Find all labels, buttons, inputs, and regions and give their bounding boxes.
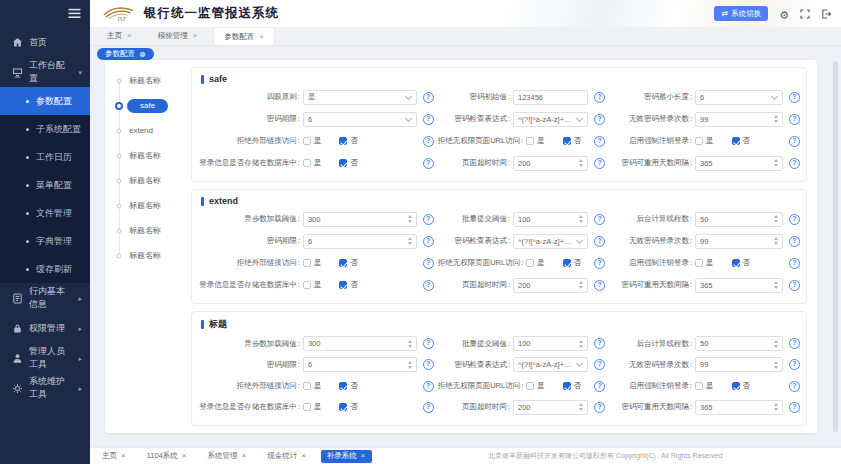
spin-down-icon[interactable] — [774, 366, 778, 369]
select-input[interactable]: ^(?![^a-zA-z]+$)(?!\D+$)[0-9A-Z... — [513, 112, 588, 127]
number-input[interactable]: 200 — [513, 278, 588, 293]
spin-up-icon[interactable] — [408, 340, 412, 343]
checkbox-unchecked-icon[interactable] — [695, 382, 703, 390]
number-input[interactable]: 300 — [303, 336, 417, 351]
spinner-controls[interactable] — [579, 215, 583, 223]
help-icon[interactable] — [423, 258, 434, 269]
spin-up-icon[interactable] — [579, 215, 583, 218]
help-icon[interactable] — [594, 114, 605, 125]
checkbox-yes[interactable]: 是 — [303, 280, 322, 290]
tree-item-1[interactable]: safe — [105, 93, 191, 118]
spinner-controls[interactable] — [408, 361, 412, 369]
checkbox-no[interactable]: 否 — [732, 381, 751, 391]
sidebar-item-1[interactable]: 工作台配置 — [0, 57, 90, 87]
sidebar-item-6[interactable]: 文件管理 — [0, 199, 90, 227]
sidebar-item-8[interactable]: 缓存刷新 — [0, 255, 90, 283]
checkbox-checked-icon[interactable] — [339, 259, 347, 267]
close-icon[interactable] — [259, 33, 264, 41]
help-icon[interactable] — [423, 280, 434, 291]
spin-down-icon[interactable] — [579, 408, 583, 411]
help-icon[interactable] — [789, 280, 800, 291]
spin-up-icon[interactable] — [774, 340, 778, 343]
checkbox-no[interactable]: 否 — [339, 402, 358, 412]
help-icon[interactable] — [789, 338, 800, 349]
checkbox-unchecked-icon[interactable] — [303, 159, 311, 167]
help-icon[interactable] — [789, 402, 800, 413]
close-icon[interactable] — [361, 452, 366, 460]
spin-down-icon[interactable] — [579, 220, 583, 223]
spinner-controls[interactable] — [774, 361, 778, 369]
breadcrumb-pill[interactable]: 参数配置 — [97, 48, 154, 60]
checkbox-unchecked-icon[interactable] — [303, 281, 311, 289]
help-icon[interactable] — [423, 136, 434, 147]
spin-up-icon[interactable] — [774, 159, 778, 162]
help-icon[interactable] — [423, 381, 434, 392]
spin-down-icon[interactable] — [408, 220, 412, 223]
spinner-controls[interactable] — [774, 159, 778, 167]
checkbox-no[interactable]: 否 — [563, 258, 582, 268]
close-icon[interactable] — [241, 452, 246, 460]
tab-1[interactable]: 模块管理 — [148, 27, 208, 45]
spin-down-icon[interactable] — [774, 164, 778, 167]
sidebar-item-9[interactable]: 行内基本信息 — [0, 283, 90, 313]
spin-up-icon[interactable] — [408, 237, 412, 240]
logout-icon[interactable] — [821, 9, 831, 19]
spin-up-icon[interactable] — [774, 403, 778, 406]
help-icon[interactable] — [789, 381, 800, 392]
checkbox-no[interactable]: 否 — [339, 280, 358, 290]
checkbox-checked-icon[interactable] — [563, 259, 571, 267]
number-input[interactable]: 365 — [695, 278, 783, 293]
gear-icon[interactable] — [779, 5, 789, 23]
spin-up-icon[interactable] — [408, 361, 412, 364]
help-icon[interactable] — [594, 236, 605, 247]
checkbox-checked-icon[interactable] — [563, 382, 571, 390]
checkbox-unchecked-icon[interactable] — [526, 382, 534, 390]
spin-up-icon[interactable] — [579, 403, 583, 406]
sidebar-item-12[interactable]: 系统维护工具 — [0, 373, 90, 403]
number-input[interactable]: 100 — [513, 336, 588, 351]
spin-up-icon[interactable] — [774, 361, 778, 364]
close-icon[interactable] — [182, 452, 187, 460]
checkbox-no[interactable]: 否 — [563, 136, 582, 146]
help-icon[interactable] — [789, 114, 800, 125]
close-circle-icon[interactable] — [139, 50, 146, 59]
select-input[interactable]: 6 — [695, 90, 783, 105]
number-input[interactable]: 365 — [695, 156, 783, 171]
help-icon[interactable] — [423, 158, 434, 169]
sidebar-item-2[interactable]: 参数配置 — [0, 87, 90, 115]
spin-up-icon[interactable] — [774, 237, 778, 240]
select-input[interactable]: ^(?![^a-zA-z]+$)(?!\D+$)[0-9A-Z... — [513, 234, 588, 249]
help-icon[interactable] — [423, 236, 434, 247]
checkbox-no[interactable]: 否 — [339, 258, 358, 268]
checkbox-no[interactable]: 否 — [563, 381, 582, 391]
help-icon[interactable] — [789, 359, 800, 370]
close-icon[interactable] — [301, 452, 306, 460]
checkbox-no[interactable]: 否 — [339, 381, 358, 391]
hamburger-menu-icon[interactable] — [68, 8, 81, 19]
checkbox-unchecked-icon[interactable] — [303, 403, 311, 411]
checkbox-checked-icon[interactable] — [339, 281, 347, 289]
spinner-controls[interactable] — [774, 403, 778, 411]
help-icon[interactable] — [423, 359, 434, 370]
checkbox-unchecked-icon[interactable] — [695, 137, 703, 145]
help-icon[interactable] — [594, 359, 605, 370]
checkbox-checked-icon[interactable] — [732, 137, 740, 145]
sidebar-item-5[interactable]: 菜单配置 — [0, 171, 90, 199]
footer-tab-0[interactable]: 主页 — [96, 450, 132, 463]
help-icon[interactable] — [789, 258, 800, 269]
checkbox-checked-icon[interactable] — [339, 382, 347, 390]
sidebar-item-0[interactable]: 首页 — [0, 27, 90, 57]
tree-item-7[interactable]: 标题名称 — [105, 243, 191, 268]
checkbox-yes[interactable]: 是 — [303, 158, 322, 168]
spin-down-icon[interactable] — [774, 408, 778, 411]
number-input[interactable]: 99 — [695, 357, 783, 372]
tab-0[interactable]: 主页 — [97, 27, 142, 45]
spinner-controls[interactable] — [408, 215, 412, 223]
checkbox-yes[interactable]: 是 — [695, 381, 714, 391]
spin-down-icon[interactable] — [408, 242, 412, 245]
number-input[interactable]: 99 — [695, 234, 783, 249]
help-icon[interactable] — [594, 338, 605, 349]
spinner-controls[interactable] — [579, 281, 583, 289]
fullscreen-icon[interactable] — [800, 9, 810, 19]
number-input[interactable]: 99 — [695, 112, 783, 127]
